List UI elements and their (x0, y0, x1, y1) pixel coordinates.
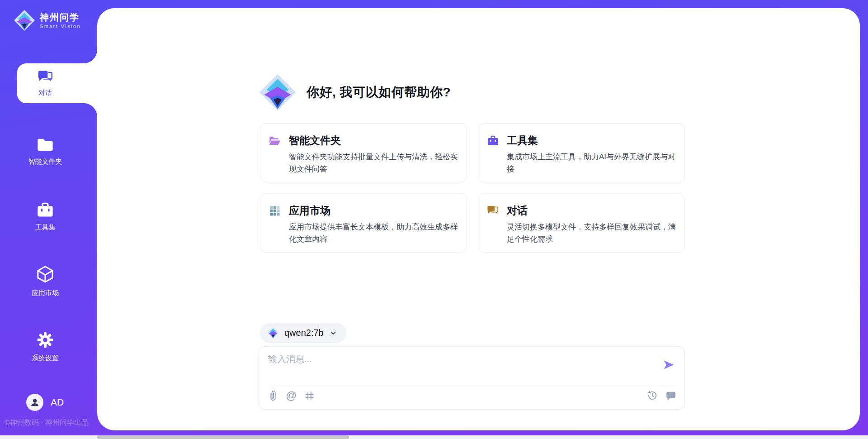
at-icon: @ (286, 390, 297, 401)
grid-icon (269, 205, 281, 217)
send-button[interactable] (661, 358, 676, 373)
card-description: 智能文件夹功能支持批量文件上传与清洗，轻松实现文件问答 (289, 151, 459, 175)
card-title: 智能文件夹 (289, 134, 341, 148)
briefcase-icon (486, 135, 499, 146)
user-profile[interactable]: AD (26, 394, 64, 411)
brand-gem-icon (14, 9, 35, 32)
card-smart-folder[interactable]: 智能文件夹 智能文件夹功能支持批量文件上传与清洗，轻松实现文件问答 (260, 123, 467, 182)
copyright-text: ©神州数码 · 神州问学出品 (5, 418, 95, 428)
main-panel: 你好, 我可以如何帮助你? 智能文件夹 智能文件夹功能支持批量文件上传与清洗，轻… (97, 8, 860, 430)
card-description: 集成市场上主流工具，助力AI与外界无缝扩展与对接 (507, 151, 677, 175)
card-toolset[interactable]: 工具集 集成市场上主流工具，助力AI与外界无缝扩展与对接 (478, 123, 685, 182)
paperclip-icon (268, 390, 278, 402)
tab-fillet-top (79, 45, 97, 63)
brand-logo: 神州问学 Smart Vision (14, 9, 81, 32)
hero: 你好, 我可以如何帮助你? (259, 72, 451, 112)
message-input[interactable] (268, 353, 643, 381)
person-icon (29, 397, 40, 408)
topic-button[interactable] (304, 391, 315, 401)
sidebar-item-label: 智能文件夹 (28, 157, 62, 166)
history-button[interactable] (647, 390, 658, 401)
message-composer: @ (259, 346, 685, 410)
composer-divider (268, 384, 676, 384)
brand-subtitle: Smart Vision (40, 24, 81, 29)
history-icon (647, 390, 658, 401)
sidebar-item-chat[interactable]: 对话 (17, 63, 97, 103)
chat-bubble-icon (665, 390, 676, 401)
sidebar-item-label: 对话 (38, 89, 52, 97)
paper-plane-icon (662, 358, 675, 371)
chat-bubbles-icon (37, 70, 53, 86)
folder-icon (36, 137, 54, 154)
avatar (26, 394, 43, 411)
brand-name: 神州问学 (40, 12, 81, 23)
model-name: qwen2:7b (284, 328, 324, 338)
horizontal-scrollbar-thumb[interactable] (97, 435, 349, 439)
card-title: 应用市场 (289, 204, 330, 218)
tab-fillet-bottom (79, 103, 97, 121)
sidebar-item-smart-folder[interactable]: 智能文件夹 (0, 129, 90, 174)
model-selector[interactable]: qwen2:7b (260, 323, 346, 343)
model-gem-icon (267, 327, 279, 339)
feature-cards: 智能文件夹 智能文件夹功能支持批量文件上传与清洗，轻松实现文件问答 (260, 123, 685, 253)
composer-toolbar: @ (268, 385, 676, 406)
card-chat[interactable]: 对话 灵活切换多模型文件，支持多样回复效果调试，满足个性化需求 (478, 193, 685, 253)
attach-file-button[interactable] (268, 390, 278, 402)
greeting-title: 你好, 我可以如何帮助你? (307, 84, 451, 101)
briefcase-icon (36, 201, 54, 220)
sidebar-item-toolset[interactable]: 工具集 (0, 194, 90, 239)
gear-icon (36, 331, 54, 351)
folder-open-icon (269, 135, 281, 147)
chat-bubbles-icon (486, 205, 499, 216)
card-description: 应用市场提供丰富长文本模板，助力高效生成多样化文章内容 (289, 221, 459, 245)
card-title: 对话 (507, 204, 528, 218)
hash-icon (304, 391, 315, 401)
mention-button[interactable]: @ (286, 390, 297, 401)
sidebar-item-label: 系统设置 (32, 354, 59, 363)
cube-icon (36, 265, 55, 286)
user-name: AD (51, 397, 64, 408)
sidebar: 神州问学 Smart Vision 对话 智能文件夹 (0, 0, 97, 439)
card-title: 工具集 (507, 134, 538, 148)
hero-gem-icon (259, 72, 297, 112)
conversation-button[interactable] (665, 390, 676, 401)
sidebar-item-label: 应用市场 (32, 289, 59, 297)
sidebar-item-settings[interactable]: 系统设置 (0, 324, 90, 369)
card-description: 灵活切换多模型文件，支持多样回复效果调试，满足个性化需求 (507, 221, 677, 245)
chevron-down-icon (329, 329, 337, 337)
card-app-market[interactable]: 应用市场 应用市场提供丰富长文本模板，助力高效生成多样化文章内容 (260, 193, 467, 253)
sidebar-item-app-market[interactable]: 应用市场 (0, 258, 90, 304)
sidebar-item-label: 工具集 (35, 223, 56, 232)
